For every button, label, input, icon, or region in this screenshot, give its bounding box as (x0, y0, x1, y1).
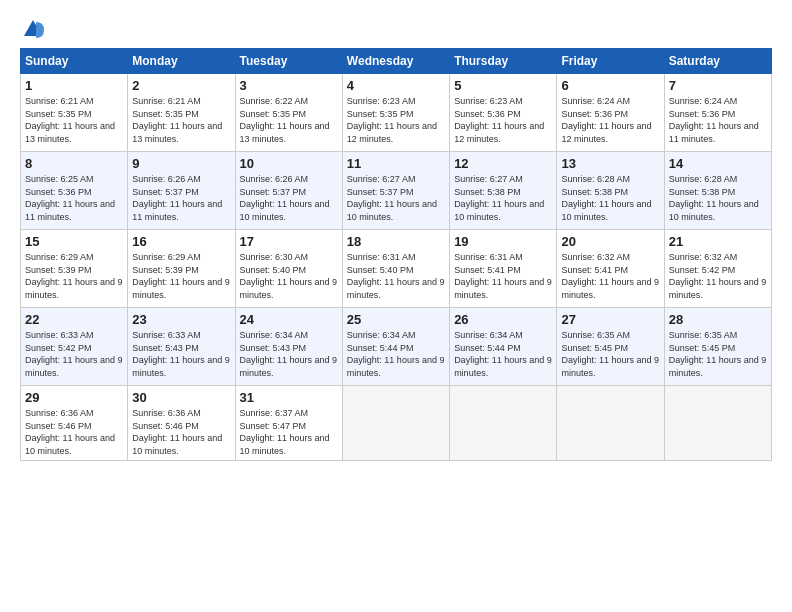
day-detail: Sunrise: 6:32 AMSunset: 5:41 PMDaylight:… (561, 251, 659, 301)
day-number: 29 (25, 390, 123, 405)
day-detail: Sunrise: 6:34 AMSunset: 5:43 PMDaylight:… (240, 329, 338, 379)
day-detail: Sunrise: 6:21 AMSunset: 5:35 PMDaylight:… (132, 95, 230, 145)
day-number: 26 (454, 312, 552, 327)
day-detail: Sunrise: 6:36 AMSunset: 5:46 PMDaylight:… (25, 407, 123, 457)
day-number: 18 (347, 234, 445, 249)
calendar-cell: 4Sunrise: 6:23 AMSunset: 5:35 PMDaylight… (342, 74, 449, 152)
day-number: 6 (561, 78, 659, 93)
calendar-cell: 1Sunrise: 6:21 AMSunset: 5:35 PMDaylight… (21, 74, 128, 152)
day-number: 13 (561, 156, 659, 171)
col-header-tuesday: Tuesday (235, 49, 342, 74)
day-number: 19 (454, 234, 552, 249)
calendar-cell: 17Sunrise: 6:30 AMSunset: 5:40 PMDayligh… (235, 230, 342, 308)
calendar-cell: 9Sunrise: 6:26 AMSunset: 5:37 PMDaylight… (128, 152, 235, 230)
day-detail: Sunrise: 6:28 AMSunset: 5:38 PMDaylight:… (669, 173, 767, 223)
day-number: 16 (132, 234, 230, 249)
col-header-saturday: Saturday (664, 49, 771, 74)
calendar-cell: 8Sunrise: 6:25 AMSunset: 5:36 PMDaylight… (21, 152, 128, 230)
day-detail: Sunrise: 6:27 AMSunset: 5:38 PMDaylight:… (454, 173, 552, 223)
day-number: 31 (240, 390, 338, 405)
calendar-cell: 21Sunrise: 6:32 AMSunset: 5:42 PMDayligh… (664, 230, 771, 308)
day-detail: Sunrise: 6:24 AMSunset: 5:36 PMDaylight:… (669, 95, 767, 145)
day-detail: Sunrise: 6:23 AMSunset: 5:36 PMDaylight:… (454, 95, 552, 145)
calendar-cell: 5Sunrise: 6:23 AMSunset: 5:36 PMDaylight… (450, 74, 557, 152)
calendar-cell: 24Sunrise: 6:34 AMSunset: 5:43 PMDayligh… (235, 308, 342, 386)
col-header-sunday: Sunday (21, 49, 128, 74)
day-detail: Sunrise: 6:23 AMSunset: 5:35 PMDaylight:… (347, 95, 445, 145)
day-detail: Sunrise: 6:21 AMSunset: 5:35 PMDaylight:… (25, 95, 123, 145)
calendar-cell: 3Sunrise: 6:22 AMSunset: 5:35 PMDaylight… (235, 74, 342, 152)
header-row: SundayMondayTuesdayWednesdayThursdayFrid… (21, 49, 772, 74)
day-detail: Sunrise: 6:28 AMSunset: 5:38 PMDaylight:… (561, 173, 659, 223)
calendar-cell: 29Sunrise: 6:36 AMSunset: 5:46 PMDayligh… (21, 386, 128, 461)
page: SundayMondayTuesdayWednesdayThursdayFrid… (0, 0, 792, 612)
day-number: 12 (454, 156, 552, 171)
calendar-cell (342, 386, 449, 461)
calendar-cell: 26Sunrise: 6:34 AMSunset: 5:44 PMDayligh… (450, 308, 557, 386)
header (20, 18, 772, 40)
day-detail: Sunrise: 6:24 AMSunset: 5:36 PMDaylight:… (561, 95, 659, 145)
day-detail: Sunrise: 6:27 AMSunset: 5:37 PMDaylight:… (347, 173, 445, 223)
day-number: 5 (454, 78, 552, 93)
day-detail: Sunrise: 6:35 AMSunset: 5:45 PMDaylight:… (561, 329, 659, 379)
calendar-cell: 2Sunrise: 6:21 AMSunset: 5:35 PMDaylight… (128, 74, 235, 152)
day-detail: Sunrise: 6:25 AMSunset: 5:36 PMDaylight:… (25, 173, 123, 223)
day-number: 1 (25, 78, 123, 93)
col-header-wednesday: Wednesday (342, 49, 449, 74)
calendar-cell (450, 386, 557, 461)
calendar-cell: 30Sunrise: 6:36 AMSunset: 5:46 PMDayligh… (128, 386, 235, 461)
calendar-cell: 6Sunrise: 6:24 AMSunset: 5:36 PMDaylight… (557, 74, 664, 152)
calendar-table: SundayMondayTuesdayWednesdayThursdayFrid… (20, 48, 772, 461)
day-detail: Sunrise: 6:31 AMSunset: 5:40 PMDaylight:… (347, 251, 445, 301)
calendar-cell: 22Sunrise: 6:33 AMSunset: 5:42 PMDayligh… (21, 308, 128, 386)
day-detail: Sunrise: 6:37 AMSunset: 5:47 PMDaylight:… (240, 407, 338, 457)
day-number: 17 (240, 234, 338, 249)
day-number: 30 (132, 390, 230, 405)
calendar-cell: 15Sunrise: 6:29 AMSunset: 5:39 PMDayligh… (21, 230, 128, 308)
calendar-cell: 23Sunrise: 6:33 AMSunset: 5:43 PMDayligh… (128, 308, 235, 386)
day-number: 4 (347, 78, 445, 93)
day-number: 14 (669, 156, 767, 171)
calendar-cell: 13Sunrise: 6:28 AMSunset: 5:38 PMDayligh… (557, 152, 664, 230)
day-detail: Sunrise: 6:34 AMSunset: 5:44 PMDaylight:… (347, 329, 445, 379)
calendar-cell: 28Sunrise: 6:35 AMSunset: 5:45 PMDayligh… (664, 308, 771, 386)
day-number: 21 (669, 234, 767, 249)
calendar-cell: 27Sunrise: 6:35 AMSunset: 5:45 PMDayligh… (557, 308, 664, 386)
day-number: 9 (132, 156, 230, 171)
day-number: 23 (132, 312, 230, 327)
day-detail: Sunrise: 6:34 AMSunset: 5:44 PMDaylight:… (454, 329, 552, 379)
calendar-cell: 14Sunrise: 6:28 AMSunset: 5:38 PMDayligh… (664, 152, 771, 230)
day-detail: Sunrise: 6:26 AMSunset: 5:37 PMDaylight:… (240, 173, 338, 223)
day-detail: Sunrise: 6:26 AMSunset: 5:37 PMDaylight:… (132, 173, 230, 223)
calendar-cell (664, 386, 771, 461)
calendar-cell: 25Sunrise: 6:34 AMSunset: 5:44 PMDayligh… (342, 308, 449, 386)
day-number: 20 (561, 234, 659, 249)
calendar-cell: 18Sunrise: 6:31 AMSunset: 5:40 PMDayligh… (342, 230, 449, 308)
calendar-cell: 16Sunrise: 6:29 AMSunset: 5:39 PMDayligh… (128, 230, 235, 308)
day-detail: Sunrise: 6:30 AMSunset: 5:40 PMDaylight:… (240, 251, 338, 301)
day-number: 25 (347, 312, 445, 327)
calendar-cell: 7Sunrise: 6:24 AMSunset: 5:36 PMDaylight… (664, 74, 771, 152)
day-number: 24 (240, 312, 338, 327)
day-number: 28 (669, 312, 767, 327)
day-detail: Sunrise: 6:31 AMSunset: 5:41 PMDaylight:… (454, 251, 552, 301)
day-detail: Sunrise: 6:33 AMSunset: 5:42 PMDaylight:… (25, 329, 123, 379)
day-detail: Sunrise: 6:36 AMSunset: 5:46 PMDaylight:… (132, 407, 230, 457)
day-detail: Sunrise: 6:35 AMSunset: 5:45 PMDaylight:… (669, 329, 767, 379)
day-number: 10 (240, 156, 338, 171)
calendar-cell: 20Sunrise: 6:32 AMSunset: 5:41 PMDayligh… (557, 230, 664, 308)
day-number: 11 (347, 156, 445, 171)
day-detail: Sunrise: 6:32 AMSunset: 5:42 PMDaylight:… (669, 251, 767, 301)
day-number: 22 (25, 312, 123, 327)
day-number: 3 (240, 78, 338, 93)
calendar-cell: 10Sunrise: 6:26 AMSunset: 5:37 PMDayligh… (235, 152, 342, 230)
day-number: 27 (561, 312, 659, 327)
day-detail: Sunrise: 6:29 AMSunset: 5:39 PMDaylight:… (132, 251, 230, 301)
col-header-monday: Monday (128, 49, 235, 74)
day-number: 2 (132, 78, 230, 93)
logo-icon (22, 18, 44, 40)
col-header-friday: Friday (557, 49, 664, 74)
day-detail: Sunrise: 6:22 AMSunset: 5:35 PMDaylight:… (240, 95, 338, 145)
calendar-cell: 31Sunrise: 6:37 AMSunset: 5:47 PMDayligh… (235, 386, 342, 461)
logo (20, 18, 44, 40)
